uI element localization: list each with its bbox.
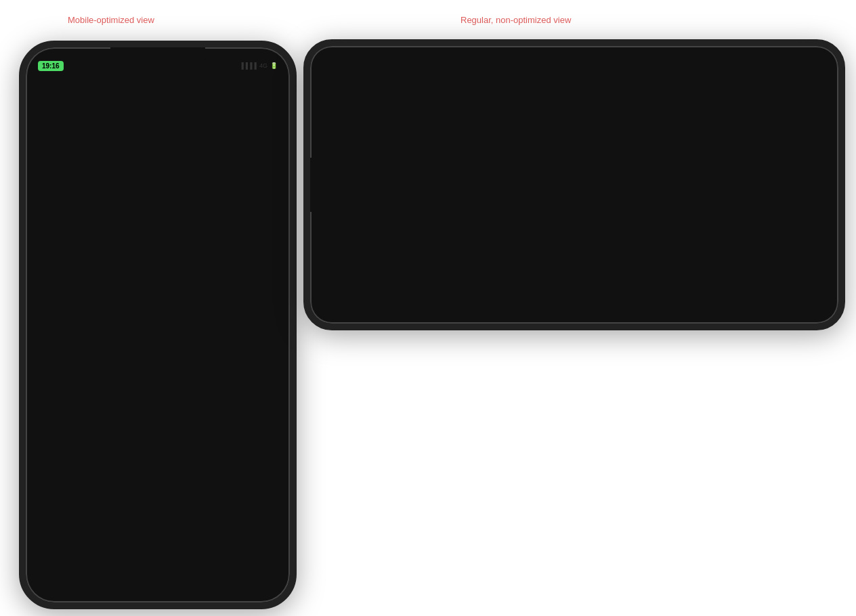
svg-point-6: [148, 441, 152, 445]
svg-text:2020 Mar: 2020 Mar: [759, 156, 773, 160]
svg-point-14: [536, 273, 541, 278]
ls-more-icon[interactable]: ···: [823, 53, 830, 63]
orders-value: 213K: [28, 297, 110, 309]
terms-link[interactable]: Terms: [265, 587, 280, 593]
bar-track-0: $11M: [87, 356, 280, 370]
ls-trends-header: Trends for:: [704, 70, 838, 85]
bar-fill-2: $9M: [87, 391, 203, 405]
ls-pill-count-channels[interactable]: count channels: [709, 305, 748, 313]
ls-total-cost-value: $96,620K: [362, 95, 418, 106]
app-logo: AW: [31, 123, 56, 148]
unit-price-label: Unit Price: [205, 311, 287, 317]
ls-unit-price-value: $1K: [362, 115, 418, 126]
ls-total-cost-label: Total Product Cost: [362, 106, 418, 111]
ls-show-all-suggestions[interactable]: Show all suggestions: [709, 315, 833, 320]
nav-tabs: AW SalesOverview CustomerAnalysis Resell…: [26, 120, 290, 150]
ls-qa-input[interactable]: Ask a question about your data: [709, 284, 833, 296]
ls-bar-section: Total Sales by Region and Country 6.34K …: [512, 70, 703, 256]
stats-row: 213K Orders $97M Total Product Cost $1K …: [26, 290, 290, 325]
svg-point-5: [72, 459, 78, 465]
svg-text:2020 Apr: 2020 Apr: [779, 156, 792, 160]
ls-clothing-legend: Clothing $2.12M: [427, 288, 473, 296]
ls-back-button[interactable]: ‹: [318, 52, 322, 64]
landscape-notch: [310, 158, 324, 212]
ls-share-icon[interactable]: ⬆: [810, 53, 817, 63]
bar-val-0: $11M: [161, 359, 177, 366]
svg-text:200K: 200K: [710, 147, 719, 151]
more-icon[interactable]: ···: [272, 85, 280, 97]
title-block: Adventure Works-opti... Sales Overview (…: [45, 81, 251, 101]
landscape-phone-screen: ‹ AW Adventure Works ∨ Sales Overview (1…: [310, 46, 838, 324]
ls-page-subtitle: Sales Overview (1 of 4): [351, 60, 792, 66]
ls-nav-reseller-analysis[interactable]: Reseller Analysis: [310, 112, 356, 135]
bar-row-pacific: Pacific $9M: [35, 374, 280, 387]
header-icons: ⤢ ···: [256, 85, 280, 97]
ls-tab-3[interactable]: 3: [748, 88, 759, 98]
ls-bar-label-0: North America: [517, 95, 555, 100]
ls-suggestion-pills: count channels number of colors: [709, 305, 833, 313]
status-icons: ▐▐▐▐ 4G 🔋: [239, 62, 278, 69]
app-title: Adventure Works-opti...: [45, 81, 251, 93]
expand-icon[interactable]: ⤢: [256, 85, 265, 97]
back-button[interactable]: ‹: [35, 83, 40, 99]
ls-donut-col: $108.54M Total Sales Bikes $94.62M Cloth…: [424, 70, 512, 324]
ls-bar-fill-0: [558, 91, 670, 102]
ls-tab-4[interactable]: 4: [761, 88, 771, 98]
ls-stat-orders: 213K Orders: [362, 76, 418, 91]
orders-label: Orders: [28, 311, 110, 317]
svg-point-8: [228, 495, 231, 498]
ls-bar-label-2: Europe: [517, 122, 555, 127]
ls-qa-try-text: Try one of these to get started: [709, 299, 833, 303]
donut-text: Total Sales: [142, 225, 175, 233]
ls-pill-number-colors[interactable]: number of colors: [750, 305, 792, 313]
bar-chart-title: Total Sales by Region and Country: [35, 343, 280, 351]
ls-app-title: Adventure Works ∨: [351, 50, 792, 60]
bikes-legend: Bikes $94.6205M: [221, 164, 270, 171]
mobile-phone-screen: 19:16 ▐▐▐▐ 4G 🔋 ‹ Adventure Works-opti..…: [26, 47, 290, 602]
ls-nav-sales-overview[interactable]: Sales Overview: [310, 70, 356, 88]
page-subtitle: Sales Overview (1 of 4): [45, 93, 251, 101]
ls-axis-left: 6.34K: [558, 85, 570, 89]
ls-qa-section: Ask a question about your data Try one o…: [704, 280, 838, 324]
svg-text:2020 Feb: 2020 Feb: [740, 156, 754, 160]
tab-sales-overview[interactable]: SalesOverview: [58, 125, 98, 146]
svg-text:600K: 600K: [710, 109, 719, 113]
bar-label-0: North America: [35, 359, 83, 366]
ls-trends-col: Trends for: All 1 2 3 4 5 600K 400K 200K: [703, 70, 838, 324]
ls-nav-customer-analysis[interactable]: Customer Analysis: [310, 88, 356, 112]
ls-tab-1[interactable]: 1: [723, 88, 734, 98]
battery-icon: 🔋: [270, 62, 278, 69]
ls-main-content: 213K Orders $96,620K Total Product Cost …: [356, 70, 838, 324]
tab-region-overview[interactable]: RegionOverview: [181, 125, 221, 146]
tab-customer-analysis[interactable]: CustomerAnalysis: [100, 125, 140, 146]
bar-fill-1: $9M: [87, 374, 218, 387]
ls-components-legend: Components $11.80M: [427, 296, 473, 303]
ls-tab-5[interactable]: 5: [773, 88, 784, 98]
map-footer: ■■ Microsoft Bing Terms: [35, 587, 280, 593]
ls-unit-price-label: Unit Price: [362, 126, 418, 131]
status-time: 19:16: [38, 61, 64, 71]
svg-point-15: [598, 265, 602, 269]
tab-reseller-analysis[interactable]: ResellerAnalysis: [143, 125, 179, 146]
ls-tab-2[interactable]: 2: [735, 88, 746, 98]
ls-stat-unit-price: $1K Unit Price: [362, 115, 418, 131]
ls-expand-icon[interactable]: ⤢: [797, 53, 805, 63]
landscape-phone: ‹ AW Adventure Works ∨ Sales Overview (1…: [303, 39, 845, 330]
ls-world-map: [512, 256, 703, 324]
ls-orders-value: 213K: [362, 76, 418, 87]
mobile-header: ‹ Adventure Works-opti... Sales Overview…: [26, 77, 290, 105]
ls-tab-all[interactable]: All: [708, 88, 722, 98]
network-label: 4G: [259, 62, 268, 69]
donut-value: $108.54M: [131, 211, 185, 225]
ls-header-icons: ⤢ ⬆ ···: [797, 53, 830, 63]
phone-notch: [110, 47, 205, 68]
ls-stats-col: 213K Orders $96,620K Total Product Cost …: [356, 70, 424, 324]
bar-chart-section: Total Sales by Region and Country North …: [26, 337, 290, 414]
svg-text:400K: 400K: [710, 128, 719, 132]
ls-donut-value: $108.54M: [451, 191, 484, 199]
ls-trend-chart: 600K 400K 200K 2020 Jan 2020 Feb 2020 Ma…: [704, 102, 838, 280]
bar-label-2: Europe: [35, 395, 83, 401]
ls-axis-right: 10.55K: [683, 85, 698, 89]
ls-nav-region-overview[interactable]: Region Overview: [310, 135, 356, 159]
regular-view-label: Regular, non-optimized view: [461, 15, 571, 25]
